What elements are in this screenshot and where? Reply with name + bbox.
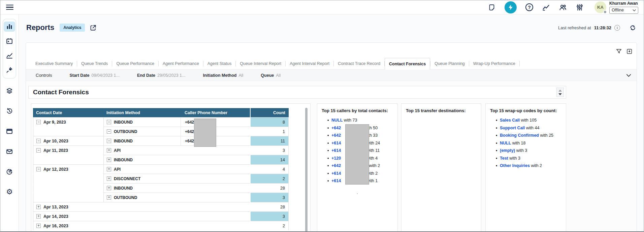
tab-agent-performance[interactable]: Agent Performance [159, 58, 203, 69]
filter-end-date[interactable]: End Date29/05/2023 1... [137, 73, 186, 78]
initiation-method-value: DISCONNECT [114, 176, 140, 181]
caller-link[interactable]: +614 [331, 178, 341, 183]
table-row[interactable]: +Apr 14, 20233 [33, 211, 289, 221]
tab-agent-status[interactable]: Agent Status [203, 58, 236, 69]
col-header-count[interactable]: Count [251, 108, 289, 117]
wrapup-link[interactable]: Test [500, 156, 508, 161]
filter-start-date[interactable]: Start Date09/04/2023 1... [69, 73, 119, 78]
table-row[interactable]: +INBOUND28 [33, 183, 289, 193]
expand-toggle[interactable]: + [107, 167, 111, 171]
avatar[interactable]: KA [594, 1, 606, 13]
sidebar-item-workspace[interactable] [4, 126, 15, 136]
table-row[interactable]: −Apr 12, 2023+API4 [33, 164, 289, 174]
table-row[interactable]: −Apr 9, 2023−INBOUND+6428 [33, 117, 289, 127]
controls-collapse-chevron[interactable] [626, 74, 631, 77]
expand-toggle[interactable]: + [107, 176, 111, 181]
table-row[interactable]: +OUTBOUND3 [33, 193, 289, 202]
expand-toggle[interactable]: + [36, 205, 41, 209]
caller-link[interactable]: NULL [331, 118, 343, 123]
sidebar-item-customize[interactable] [4, 65, 15, 75]
tab-wrap-up-performance[interactable]: Wrap-Up Performance [469, 58, 519, 69]
sidebar-item-mail[interactable] [4, 146, 15, 157]
expand-toggle[interactable]: + [36, 224, 41, 228]
wrapup-link[interactable]: Other Inquiries [500, 163, 530, 168]
tab-contract-trace-record[interactable]: Contract Trace Record [334, 58, 384, 69]
tab-queue-trends[interactable]: Queue Trends [77, 58, 112, 69]
sidebar-item-reports[interactable] [4, 22, 15, 32]
collapse-toggle[interactable]: − [107, 120, 111, 124]
caller-link[interactable]: +614 [331, 171, 341, 176]
cell-contact-date [33, 127, 103, 136]
preferences-icon[interactable] [576, 3, 584, 11]
contact-date-value: Apr 12, 2023 [43, 167, 68, 172]
table-row[interactable]: +Apr 13, 202328 [33, 202, 289, 211]
tab-queue-interval-report[interactable]: Queue Interval Report [236, 58, 285, 69]
bar-chart-icon [6, 23, 13, 30]
sidebar-item-layers[interactable] [4, 86, 15, 96]
tab-queue-performance[interactable]: Queue Performance [112, 58, 158, 69]
hamburger-menu-icon[interactable] [6, 5, 13, 10]
help-icon[interactable]: ? [525, 3, 533, 11]
cell-initiation-method: +INBOUND [103, 183, 181, 193]
refresh-icon[interactable] [629, 24, 636, 31]
tab-contact-forensics[interactable]: Contact Forensics [385, 58, 430, 70]
table-row[interactable]: −Apr 11, 2023+API3 [33, 145, 289, 155]
caller-link[interactable]: +614 [331, 141, 341, 145]
col-header-caller-phone[interactable]: Caller Phone Number [181, 108, 250, 117]
collapse-toggle[interactable]: − [107, 139, 111, 143]
tab-agent-interval-report[interactable]: Agent Interval Report [286, 58, 333, 69]
collapse-toggle[interactable]: − [36, 139, 41, 143]
expand-toggle[interactable]: + [107, 186, 111, 190]
expand-toggle[interactable]: + [107, 148, 111, 153]
refresh-area: Last refreshed at 11:28:32 i [558, 24, 636, 31]
caller-link[interactable]: +120 [331, 156, 341, 161]
agents-icon[interactable] [559, 3, 567, 11]
table-row[interactable]: +DISCONNECT2 [33, 174, 289, 183]
status-select[interactable]: Offline [609, 7, 638, 14]
external-link-icon[interactable] [90, 24, 97, 31]
col-header-initiation-method[interactable]: Initiation Method [103, 108, 181, 117]
sidebar-item-history[interactable] [4, 106, 15, 116]
expand-toggle[interactable]: + [107, 195, 111, 200]
info-icon[interactable]: i [614, 25, 620, 31]
sidebar-item-schedule[interactable] [4, 36, 15, 46]
caller-link[interactable]: +642 [331, 126, 341, 130]
filter-queue[interactable]: QueueAll [261, 73, 281, 78]
wrapup-count-text: with 44 [525, 126, 539, 130]
table-row[interactable]: −Apr 10, 2023−INBOUND+64211 [33, 136, 289, 145]
download-icon[interactable] [626, 48, 633, 55]
metrics-icon[interactable] [542, 3, 550, 11]
wrapup-link[interactable]: NULL [500, 141, 511, 145]
tab-queue-planning[interactable]: Queue Planning [430, 58, 469, 69]
sidebar-item-settings[interactable]: ⚙ [4, 187, 15, 197]
col-header-contact-date[interactable]: Contact Date [33, 108, 103, 117]
expand-toggle[interactable]: + [36, 214, 41, 219]
sidebar-item-insights[interactable] [4, 167, 15, 177]
expand-toggle[interactable]: + [107, 158, 111, 162]
table-row[interactable]: +INBOUND14 [33, 155, 289, 164]
sidebar-item-trends[interactable] [4, 51, 15, 61]
table-row[interactable]: +Apr 16, 20232 [33, 221, 289, 230]
filter-initiation-method[interactable]: Initiation MethodAll [203, 73, 243, 78]
caller-link[interactable]: +614 [331, 148, 341, 153]
spinner-control[interactable] [556, 88, 564, 97]
user-chip: KA Khurram Awan Offline [594, 1, 638, 14]
collapse-toggle[interactable]: − [36, 148, 41, 153]
note-icon[interactable] [488, 3, 496, 11]
boost-icon[interactable] [505, 1, 517, 13]
wrapup-link[interactable]: Support Call [500, 126, 525, 130]
collapse-toggle[interactable]: − [36, 120, 41, 124]
table-scrollbar[interactable] [305, 108, 308, 232]
caller-link[interactable]: +642 [331, 133, 341, 138]
wrapup-link[interactable]: Sales Call [500, 118, 520, 123]
wrapup-link[interactable]: Booking Confirmed [500, 133, 539, 138]
wrapup-link[interactable]: (empty) [500, 148, 515, 153]
filter-icon[interactable] [616, 48, 622, 55]
table-row[interactable]: −OUTBOUND+6421 [33, 127, 289, 136]
filter-value: 09/04/2023 1... [91, 73, 119, 78]
caller-link[interactable]: +642 [331, 163, 341, 168]
tab-executive-summary[interactable]: Executive Summary [31, 58, 77, 69]
collapse-toggle[interactable]: − [107, 129, 111, 134]
collapse-toggle[interactable]: − [36, 167, 41, 171]
cell-contact-date: −Apr 9, 2023 [33, 117, 103, 127]
